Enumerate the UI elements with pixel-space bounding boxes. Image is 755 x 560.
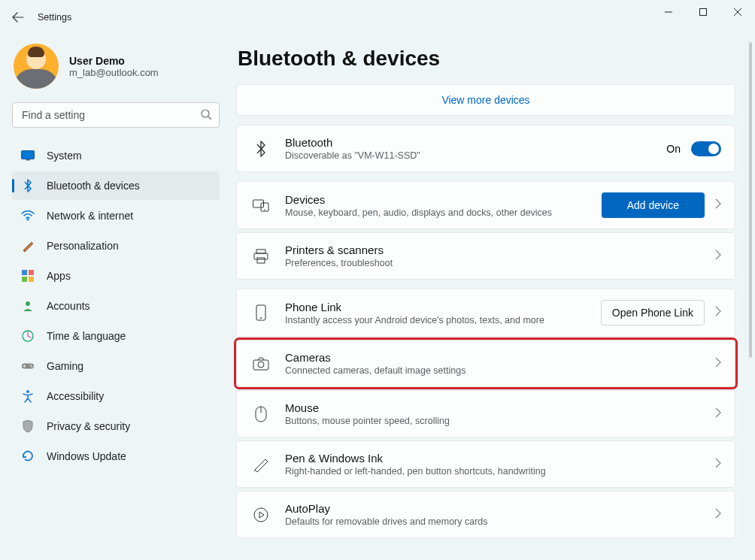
svg-rect-20 — [257, 258, 265, 263]
view-more-link[interactable]: View more devices — [441, 94, 529, 106]
bluetooth-state-label: On — [666, 143, 681, 155]
svg-rect-8 — [29, 277, 34, 282]
scrollbar-thumb[interactable] — [749, 42, 752, 358]
chevron-right-icon — [715, 508, 721, 522]
row-desc: Instantly access your Android device's p… — [285, 315, 587, 325]
svg-point-14 — [26, 390, 29, 393]
svg-point-1 — [202, 110, 209, 117]
nav-label: Apps — [47, 270, 71, 282]
mouse-icon — [250, 406, 271, 422]
row-title: Phone Link — [285, 301, 587, 313]
view-more-devices[interactable]: View more devices — [236, 84, 735, 116]
phone-link-row[interactable]: Phone Link Instantly access your Android… — [236, 289, 735, 337]
autoplay-row[interactable]: AutoPlay Defaults for removable drives a… — [236, 491, 735, 538]
mouse-row[interactable]: Mouse Buttons, mouse pointer speed, scro… — [236, 390, 735, 437]
row-desc: Buttons, mouse pointer speed, scrolling — [285, 416, 702, 426]
svg-rect-7 — [22, 277, 27, 282]
bluetooth-icon — [21, 179, 35, 192]
row-desc: Right-handed or left-handed, pen button … — [285, 466, 702, 477]
svg-point-4 — [27, 219, 29, 221]
nav-personalization[interactable]: Personalization — [12, 232, 220, 260]
profile[interactable]: User Demo m_lab@outlook.com — [14, 44, 220, 89]
sidebar: User Demo m_lab@outlook.com System Bluet… — [0, 35, 232, 560]
arrow-left-icon — [12, 11, 24, 23]
globe-clock-icon — [21, 329, 35, 343]
row-title: Printers & scanners — [285, 244, 702, 256]
devices-row[interactable]: Devices Mouse, keyboard, pen, audio, dis… — [236, 181, 735, 229]
chevron-right-icon — [715, 458, 721, 471]
row-title: Pen & Windows Ink — [285, 452, 702, 465]
close-button[interactable] — [720, 0, 755, 24]
search-input[interactable] — [12, 102, 220, 128]
svg-rect-2 — [22, 151, 35, 159]
accessibility-icon — [21, 389, 35, 403]
apps-icon — [21, 269, 35, 283]
search-wrapper — [12, 102, 220, 128]
search-icon — [200, 108, 212, 123]
nav-system[interactable]: System — [12, 141, 220, 170]
row-title: Cameras — [285, 351, 702, 364]
autoplay-icon — [250, 507, 271, 523]
person-icon — [21, 299, 35, 313]
chevron-right-icon — [715, 407, 721, 421]
nav-windows-update[interactable]: Windows Update — [12, 442, 220, 471]
avatar — [14, 44, 59, 89]
row-desc: Preferences, troubleshoot — [285, 258, 702, 268]
close-icon — [734, 8, 741, 16]
nav-label: Network & internet — [47, 210, 133, 222]
nav-accounts[interactable]: Accounts — [12, 292, 220, 320]
nav-apps[interactable]: Apps — [12, 262, 220, 290]
svg-point-12 — [30, 365, 32, 366]
printers-row[interactable]: Printers & scanners Preferences, trouble… — [236, 232, 735, 280]
page-title: Bluetooth & devices — [238, 47, 735, 71]
nav-network[interactable]: Network & internet — [12, 201, 220, 230]
nav-accessibility[interactable]: Accessibility — [12, 382, 220, 410]
wifi-icon — [21, 209, 35, 222]
nav-bluetooth-devices[interactable]: Bluetooth & devices — [12, 171, 220, 200]
chevron-right-icon — [715, 357, 721, 371]
back-button[interactable] — [3, 2, 33, 32]
bluetooth-toggle[interactable] — [691, 141, 721, 156]
chevron-right-icon — [715, 198, 721, 212]
minimize-button[interactable] — [651, 0, 686, 24]
profile-email: m_lab@outlook.com — [69, 67, 159, 78]
maximize-icon — [699, 8, 707, 16]
display-icon — [21, 149, 35, 162]
cameras-row[interactable]: Cameras Connected cameras, default image… — [236, 340, 735, 387]
titlebar: Settings — [0, 0, 755, 35]
bluetooth-desc: Discoverable as "VM-W11-SSD" — [285, 150, 653, 161]
nav-privacy-security[interactable]: Privacy & security — [12, 412, 220, 440]
bluetooth-card: Bluetooth Discoverable as "VM-W11-SSD" O… — [236, 125, 735, 172]
bluetooth-icon — [250, 141, 271, 157]
svg-point-27 — [254, 508, 268, 522]
nav-label: Accounts — [47, 300, 90, 312]
pen-row[interactable]: Pen & Windows Ink Right-handed or left-h… — [236, 440, 735, 488]
nav-gaming[interactable]: Gaming — [12, 352, 220, 380]
scrollbar[interactable] — [749, 42, 752, 552]
row-desc: Connected cameras, default image setting… — [285, 365, 702, 376]
devices-icon — [250, 198, 271, 212]
minimize-icon — [665, 8, 672, 16]
phone-icon — [250, 304, 271, 321]
svg-rect-19 — [254, 253, 268, 259]
svg-rect-0 — [700, 9, 707, 16]
chevron-right-icon — [715, 250, 721, 263]
nav-label: Personalization — [47, 240, 119, 252]
svg-rect-6 — [29, 270, 34, 275]
add-device-button[interactable]: Add device — [602, 192, 705, 218]
nav-time-language[interactable]: Time & language — [12, 322, 220, 350]
profile-name: User Demo — [69, 55, 159, 67]
svg-rect-5 — [22, 270, 27, 275]
nav-label: Time & language — [47, 330, 126, 342]
pen-icon — [250, 457, 271, 472]
nav-label: Windows Update — [47, 450, 126, 462]
gamepad-icon — [21, 359, 35, 373]
maximize-button[interactable] — [686, 0, 720, 24]
camera-icon — [250, 357, 271, 371]
open-phone-link-button[interactable]: Open Phone Link — [601, 300, 705, 325]
svg-rect-15 — [253, 200, 264, 207]
svg-point-22 — [260, 317, 262, 319]
svg-point-13 — [31, 366, 32, 368]
svg-point-9 — [26, 301, 30, 306]
nav-label: Bluetooth & devices — [47, 180, 140, 192]
